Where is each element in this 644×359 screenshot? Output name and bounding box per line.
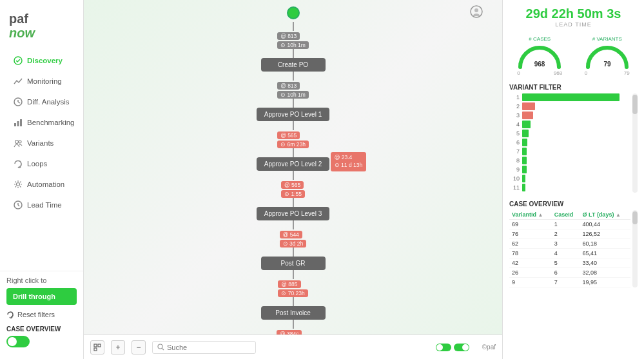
add-icon: +: [115, 343, 120, 352]
table-row[interactable]: 62 3 60,18: [509, 239, 630, 249]
variant-filter-section: VARIANT FILTER 1 2 3 4 5 6: [503, 80, 644, 197]
variants-max: 79: [624, 70, 630, 76]
sidebar-item-loops-label: Loops: [27, 160, 47, 168]
connector-6: [293, 171, 294, 180]
variant-row-8[interactable]: 8: [509, 157, 630, 164]
cases-label: # CASES: [529, 35, 551, 42]
variant-bar-wrap-9: [522, 166, 630, 173]
variant-row-11[interactable]: 11: [509, 184, 630, 191]
table-row[interactable]: 9 7 19,95: [509, 278, 630, 287]
reset-filters-button[interactable]: Reset filters: [6, 307, 55, 322]
variant-bar-2: [522, 102, 535, 110]
variant-bar-wrap-2: [522, 102, 630, 110]
cell-case-0: 1: [552, 220, 580, 229]
variant-bars-container: 1 2 3 4 5 6 7 8: [509, 93, 630, 193]
drill-through-button[interactable]: Drill through: [6, 288, 77, 305]
variant-row-9[interactable]: 9: [509, 166, 630, 173]
svg-line-3: [18, 102, 20, 103]
col-variant-id[interactable]: VariantId ▲: [509, 210, 552, 220]
toggle-right[interactable]: [454, 344, 469, 351]
variant-row-3[interactable]: 3: [509, 112, 630, 119]
approve-po3-box[interactable]: Approve PO Level 3: [257, 207, 330, 220]
post-invoice-box[interactable]: Post Invoice: [261, 306, 326, 320]
stats-badge-1: @ 813 ⊙ 10h 1m: [277, 31, 309, 49]
cell-case-6: 7: [552, 278, 580, 287]
variant-num-11: 11: [509, 184, 520, 191]
add-icon-button[interactable]: +: [111, 340, 125, 354]
lead-time-label: LEAD TIME: [512, 21, 635, 28]
case-table-wrapper: VariantId ▲ CaseId Ø LT (days) ▲ 69 1: [509, 210, 638, 287]
variant-filter-title: VARIANT FILTER: [509, 84, 638, 91]
bottom-toolbar: + − ©paf: [84, 335, 502, 359]
variant-num-4: 4: [509, 121, 520, 128]
case-overview-toggle[interactable]: [6, 336, 30, 347]
svg-line-19: [162, 349, 164, 351]
variant-bar-5: [522, 130, 529, 137]
cell-lt-6: 19,95: [580, 278, 630, 287]
check-circle-icon: [13, 55, 23, 66]
variant-row-5[interactable]: 5: [509, 130, 630, 137]
stats-text-1: @ 813: [277, 32, 300, 40]
svg-rect-15: [94, 344, 97, 347]
col-lt-days[interactable]: Ø LT (days) ▲: [580, 210, 630, 220]
table-row[interactable]: 78 4 65,41: [509, 249, 630, 258]
flow-diagram: @ 813 ⊙ 10h 1m Create PO @ 813 ⊙ 10h 1m …: [203, 0, 384, 335]
remove-icon: −: [136, 343, 141, 352]
sidebar-item-variants[interactable]: Variants: [4, 133, 79, 153]
search-icon: [157, 344, 164, 351]
case-scrollbar[interactable]: [632, 210, 638, 287]
variant-row-7[interactable]: 7: [509, 148, 630, 155]
cell-case-1: 2: [552, 229, 580, 239]
connector-8: [293, 220, 294, 229]
stats-badge-5: @ 544 ⊙ 3d 2h: [280, 229, 307, 247]
sidebar-item-variants-label: Variants: [27, 139, 54, 147]
svg-line-12: [18, 205, 19, 206]
remove-icon-button[interactable]: −: [132, 340, 146, 354]
stats-text-5: @ 544: [280, 231, 302, 238]
reset-icon: [6, 311, 14, 318]
post-gr-box[interactable]: Post GR: [261, 257, 326, 270]
sidebar-item-diff-analysis[interactable]: Diff. Analysis: [4, 92, 79, 112]
cell-case-2: 3: [552, 239, 580, 249]
user-icon[interactable]: [470, 5, 483, 20]
sidebar-item-monitoring[interactable]: Monitoring: [4, 72, 79, 91]
variant-row-1[interactable]: 1: [509, 93, 630, 101]
cell-case-4: 5: [552, 258, 580, 268]
zoom-controls: [436, 344, 469, 351]
svg-rect-17: [94, 348, 97, 351]
table-row[interactable]: 76 2 126,52: [509, 229, 630, 239]
col-case-id[interactable]: CaseId: [552, 210, 580, 220]
process-canvas[interactable]: @ 813 ⊙ 10h 1m Create PO @ 813 ⊙ 10h 1m …: [84, 0, 502, 335]
sort-arrow-0: ▲: [538, 212, 543, 218]
expand-icon-button[interactable]: [90, 340, 104, 354]
variant-row-4[interactable]: 4: [509, 121, 630, 128]
variant-row-2[interactable]: 2: [509, 102, 630, 110]
search-input[interactable]: [167, 344, 251, 351]
logo-paf: paf: [9, 12, 74, 26]
cell-lt-5: 32,08: [580, 268, 630, 278]
variant-bar-wrap-8: [522, 157, 630, 164]
sidebar-item-loops[interactable]: Loops: [4, 154, 79, 173]
sidebar-item-benchmarking[interactable]: Benchmarking: [4, 113, 79, 132]
reset-filters-label: Reset filters: [17, 311, 55, 318]
svg-rect-4: [14, 123, 16, 126]
approve-po1-box[interactable]: Approve PO Level 1: [257, 108, 330, 121]
table-row[interactable]: 42 5 33,40: [509, 258, 630, 268]
toggle-left[interactable]: [436, 344, 451, 351]
variant-row-6[interactable]: 6: [509, 139, 630, 146]
sidebar-item-lead-time[interactable]: Lead Time: [4, 195, 79, 215]
sidebar-item-discovery[interactable]: Discovery: [4, 51, 79, 70]
cell-variant-4: 42: [509, 258, 552, 268]
approve-po2-box[interactable]: Approve PO Level 2: [257, 157, 330, 171]
stats-badge-6: @ 885 ⊙ 70.23h: [278, 279, 307, 297]
create-po-box[interactable]: Create PO: [261, 58, 326, 72]
variant-bar-11: [522, 184, 525, 191]
variant-bar-wrap-6: [522, 139, 630, 146]
table-row[interactable]: 69 1 400,44: [509, 220, 630, 229]
table-row[interactable]: 26 6 32,08: [509, 268, 630, 278]
connector-2: [293, 72, 294, 81]
sidebar-item-automation[interactable]: Automation: [4, 175, 79, 194]
variant-scrollbar[interactable]: [632, 93, 638, 193]
cell-variant-0: 69: [509, 220, 552, 229]
variant-row-10[interactable]: 10: [509, 175, 630, 182]
